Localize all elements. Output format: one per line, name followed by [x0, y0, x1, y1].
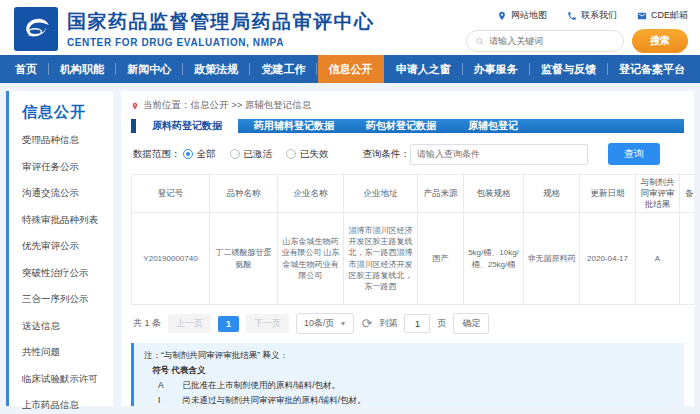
footnote-header: 符号 代表含义 — [144, 363, 674, 378]
location-pin-icon — [131, 101, 139, 111]
col-source: 产品来源 — [418, 175, 464, 213]
footnote-symbol-i: I — [158, 393, 180, 406]
query-button[interactable]: 查询 — [608, 143, 660, 165]
cell-company: 山东金城生物药业有限公司 山东金城生物药业有限公司 — [278, 213, 344, 305]
sidebar: 信息公开 受理品种信息 审评任务公示 沟通交流公示 特殊审批品种列表 优先审评公… — [6, 91, 113, 406]
goto-unit: 页 — [437, 317, 446, 330]
top-header: 国家药品监督管理局药品审评中心 CENTER FOR DRUG EVALUATI… — [0, 0, 700, 55]
site-subtitle: CENTER FOR DRUG EVALUATION, NMPA — [67, 37, 375, 48]
sitemap-label: 网站地图 — [511, 9, 547, 22]
cell-variety: 丁二磺酸腺苷蛋氨酸 — [210, 213, 278, 305]
cell-reg-no: Y20190000740 — [132, 213, 210, 305]
keyword-search-input[interactable] — [489, 36, 614, 46]
quick-links: 网站地图 联系我们 CDE邮箱 — [497, 9, 688, 22]
goto-label: 到第 — [379, 317, 397, 330]
sidebar-item-delivery-info[interactable]: 送达信息 — [22, 320, 109, 333]
table-header-row: 登记号 品种名称 企业名称 企业地址 产品来源 包装规格 规格 更新日期 与制剂… — [132, 175, 695, 213]
tab-excipient-registration[interactable]: 药用辅料登记数据 — [238, 119, 350, 133]
page-1-button[interactable]: 1 — [218, 316, 239, 332]
sidebar-item-marketed-drugs[interactable]: 上市药品信息 — [22, 399, 109, 412]
sidebar-item-accepted-varieties[interactable]: 受理品种信息 — [22, 134, 109, 147]
sitemap-link[interactable]: 网站地图 — [497, 9, 547, 22]
radio-expired[interactable]: 已失效 — [286, 148, 329, 161]
prev-page-button[interactable]: 上一页 — [168, 314, 211, 333]
search-button[interactable]: 搜索 — [632, 29, 688, 53]
sidebar-item-common-issues[interactable]: 共性问题 — [22, 346, 109, 359]
tab-apipackexc-registration[interactable]: 原辅包登记 — [452, 119, 534, 133]
sidebar-title: 信息公开 — [22, 103, 109, 122]
next-page-button[interactable]: 下一页 — [246, 314, 289, 333]
sidebar-item-review-tasks[interactable]: 审评任务公示 — [22, 161, 109, 174]
cell-review-result: A — [636, 213, 680, 305]
filter-bar: 数据范围： 全部 已激活 已失效 查询条件： — [133, 143, 684, 165]
nav-applicant-window[interactable]: 申请人之窗 — [385, 55, 462, 83]
refresh-icon[interactable]: ⟳ — [361, 317, 372, 330]
goto-confirm-button[interactable]: 确定 — [453, 313, 489, 334]
pagination-total: 共 1 条 — [133, 317, 161, 330]
footnote-symbol-a: A — [158, 378, 180, 393]
mail-label: CDE邮箱 — [651, 9, 688, 22]
nav-news[interactable]: 新闻中心 — [116, 55, 182, 83]
radio-expired-circle-icon — [286, 149, 296, 159]
main-nav: 首页 机构职能 新闻中心 政策法规 党建工作 信息公开 申请人之窗 办事服务 监… — [0, 55, 700, 83]
radio-all[interactable]: 全部 — [183, 148, 216, 161]
nav-party[interactable]: 党建工作 — [250, 55, 316, 83]
content-area: 信息公开 受理品种信息 审评任务公示 沟通交流公示 特殊审批品种列表 优先审评公… — [0, 83, 700, 414]
breadcrumb-text: 当前位置：信息公开 >> 原辅包登记信息 — [143, 99, 311, 112]
radio-all-label: 全部 — [197, 148, 216, 161]
cell-spec: 非无菌原料药 — [524, 213, 580, 305]
col-spec: 规格 — [524, 175, 580, 213]
radio-activated-label: 已激活 — [244, 148, 273, 161]
footnote-meaning-header: 代表含义 — [171, 365, 205, 375]
pagination: 共 1 条 上一页 1 下一页 10条/页 ▼ ⟳ 到第 页 确定 — [133, 313, 684, 334]
cell-updated: 2020-04-17 — [580, 213, 636, 305]
radio-activated[interactable]: 已激活 — [230, 148, 273, 161]
page-size-select[interactable]: 10条/页 ▼ — [296, 313, 354, 334]
sidebar-item-breakthrough-therapy[interactable]: 突破性治疗公示 — [22, 267, 109, 280]
footnote-box: 注：“与制剂共同审评审批结果” 释义： 符号 代表含义 A 已批准在上市制剂使用… — [131, 343, 684, 406]
tab-api-registration[interactable]: 原料药登记数据 — [131, 119, 238, 133]
contact-link[interactable]: 联系我们 — [567, 9, 617, 22]
col-company: 企业名称 — [278, 175, 344, 213]
nav-home[interactable]: 首页 — [4, 55, 48, 83]
col-updated: 更新日期 — [580, 175, 636, 213]
sidebar-item-three-in-one[interactable]: 三合一序列公示 — [22, 293, 109, 306]
scope-radio-group: 全部 已激活 已失效 — [183, 148, 329, 161]
footnote-row-a: A 已批准在上市制剂使用的原料/辅料/包材。 — [144, 378, 674, 393]
nav-functions[interactable]: 机构职能 — [49, 55, 115, 83]
scope-label: 数据范围： — [133, 148, 181, 161]
goto-page-input[interactable] — [404, 314, 430, 333]
brand-text: 国家药品监督管理局药品审评中心 CENTER FOR DRUG EVALUATI… — [67, 9, 375, 48]
header-search: 搜索 — [466, 29, 688, 53]
col-variety: 品种名称 — [210, 175, 278, 213]
cell-address: 淄博市淄川区经济开发区胶王路复线北，东一路西淄博市淄川区经济开发区胶王路复线北，… — [344, 213, 418, 305]
nav-info-disclosure[interactable]: 信息公开 — [318, 55, 384, 83]
sidebar-item-clinical-trial-approval[interactable]: 临床试验默示许可 — [22, 373, 109, 386]
envelope-icon — [637, 11, 647, 21]
nav-registration-platform[interactable]: 登记备案平台 — [608, 55, 696, 83]
footnote-row-i: I 尚未通过与制剂共同审评审批的原料/辅料/包材。 — [144, 393, 674, 406]
main-panel: 当前位置：信息公开 >> 原辅包登记信息 原料药登记数据 药用辅料登记数据 药包… — [121, 91, 694, 406]
mail-link[interactable]: CDE邮箱 — [637, 9, 688, 22]
nav-policy[interactable]: 政策法规 — [183, 55, 249, 83]
col-review-result: 与制剂共同审评审批结果 — [636, 175, 680, 213]
magnifier-icon — [476, 37, 484, 46]
radio-activated-circle-icon — [230, 149, 240, 159]
sidebar-item-priority-review[interactable]: 优先审评公示 — [22, 240, 109, 253]
brand: 国家药品监督管理局药品审评中心 CENTER FOR DRUG EVALUATI… — [14, 6, 375, 51]
nav-services[interactable]: 办事服务 — [463, 55, 529, 83]
footnote-title: 注：“与制剂共同审评审批结果” 释义： — [144, 348, 674, 363]
map-pin-icon — [497, 11, 507, 21]
sidebar-item-communication[interactable]: 沟通交流公示 — [22, 187, 109, 200]
query-input[interactable] — [410, 144, 588, 165]
sidebar-item-special-approval[interactable]: 特殊审批品种列表 — [22, 214, 109, 227]
col-pack-spec: 包装规格 — [464, 175, 524, 213]
breadcrumb: 当前位置：信息公开 >> 原辅包登记信息 — [131, 97, 684, 119]
cell-remark — [680, 213, 695, 305]
footnote-meaning-i: 尚未通过与制剂共同审评审批的原料/辅料/包材。 — [182, 395, 365, 405]
page-size-value: 10条/页 — [304, 317, 335, 330]
tab-packaging-registration[interactable]: 药包材登记数据 — [350, 119, 452, 133]
nav-supervision[interactable]: 监督与反馈 — [530, 55, 607, 83]
page: 国家药品监督管理局药品审评中心 CENTER FOR DRUG EVALUATI… — [0, 0, 700, 414]
registration-table: 登记号 品种名称 企业名称 企业地址 产品来源 包装规格 规格 更新日期 与制剂… — [131, 174, 694, 305]
